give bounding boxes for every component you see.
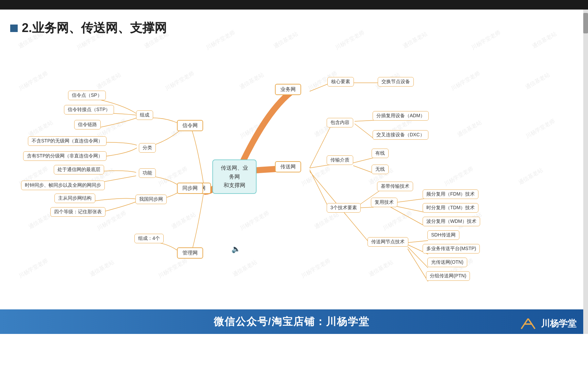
node-hexinyaosu: 核心要素 [327,77,354,87]
svg-line-7 [353,166,374,173]
svg-line-3 [355,120,374,121]
node-ptn: 分组传送网(PTN) [426,271,470,281]
bottom-text: 微信公众号/淘宝店铺：川杨学堂 [214,315,370,329]
page-title: 2.业务网、传送网、支撑网 [22,20,167,36]
node-jidai: 基带传输技术 [377,182,413,191]
node-zucheng4: 组成：4个 [134,234,164,243]
node-woguo: 我国同步网 [135,195,167,204]
node-zhucong: 主从同步网结构 [54,194,95,203]
logo-icon [520,316,538,331]
svg-line-18 [408,249,428,281]
volume-icon[interactable]: 🔈 [231,245,241,254]
svg-line-5 [310,165,331,168]
scrollbar-thumb[interactable] [583,13,588,33]
node-yewuwang: 业务网 [275,84,301,95]
node-xinlinglianjie: 信令链路 [74,120,101,129]
node-chuansong-jsd: 传送网节点技术 [368,237,408,247]
main-content: 通信基老站 川杨学堂老师 通信基老站 川杨学堂老师 通信基老站 川杨学堂老师 通… [0,10,583,334]
node-diceng: 处于通信网的最底层 [54,165,104,174]
node-adm: 分插复用设备（ADM） [373,111,429,121]
node-wuji: 不含STP的无级网（直连信令网） [28,136,107,146]
center-line1: 传送网、业务网 [219,164,250,181]
node-chuansongwang: 传送网 [275,161,301,172]
logo-area: 川杨学堂 [520,316,576,331]
page-title-container: 2.业务网、传送网、支撑网 [10,20,167,36]
node-tdm: 时分复用（TDM）技术 [423,203,478,213]
node-youxian: 有线 [372,149,389,158]
node-fenlei: 分类 [139,143,156,153]
node-jiaohuan: 交换节点设备 [378,77,414,87]
svg-line-4 [355,124,374,139]
node-shijian: 时钟同步、帧同步以及全网的网同步 [21,181,105,190]
node-fdm: 频分复用（FDM）技术 [423,189,478,199]
node-sp: 信令点（SP） [68,91,106,100]
bottom-bar: 微信公众号/淘宝店铺：川杨学堂 川杨学堂 [0,309,583,334]
node-xinling-zucheng: 组成 [136,110,153,120]
top-bar [0,0,588,10]
node-san-js: 3个技术要素 [327,203,361,213]
node-chuanshu: 传输介质 [327,155,353,165]
title-icon [10,25,18,32]
node-wdm: 波分复用（WDM）技术 [423,217,480,226]
center-line2: 和支撑网 [219,181,250,190]
mindmap-container: 传送网、业务网 和支撑网 业务网 传送网 支撑网 信令网 同步网 管理网 核心要… [0,44,583,326]
node-sdh: SDH传送网 [427,230,459,240]
node-youji: 含有STP的分级网（非直连信令网） [23,151,107,161]
node-dxc: 交叉连接设备（DXC） [373,130,428,140]
node-mstp: 多业务传送平台(MSTP) [423,244,480,254]
node-stp: 信令转接点（STP） [64,105,114,114]
node-xinlingwang: 信令网 [177,120,203,131]
svg-line-6 [353,158,374,163]
center-node: 传送网、业务网 和支撑网 [212,159,257,194]
node-fuyong: 复用技术 [371,198,397,207]
node-tongbuwang: 同步网 [177,183,203,194]
node-sijige: 四个等级：记住那张表 [50,207,105,217]
node-otn: 光传送网(OTN) [427,258,467,267]
node-baohanneirong: 包含内容 [327,118,353,127]
svg-line-13 [391,207,425,226]
logo-text: 川杨学堂 [541,318,576,329]
dot-indicator [290,304,293,307]
svg-line-15 [408,241,428,243]
node-wuxian: 无线 [372,165,389,174]
scrollbar[interactable] [583,10,588,334]
node-guanliwang: 管理网 [177,247,203,259]
node-gongneng: 功能 [139,168,156,178]
